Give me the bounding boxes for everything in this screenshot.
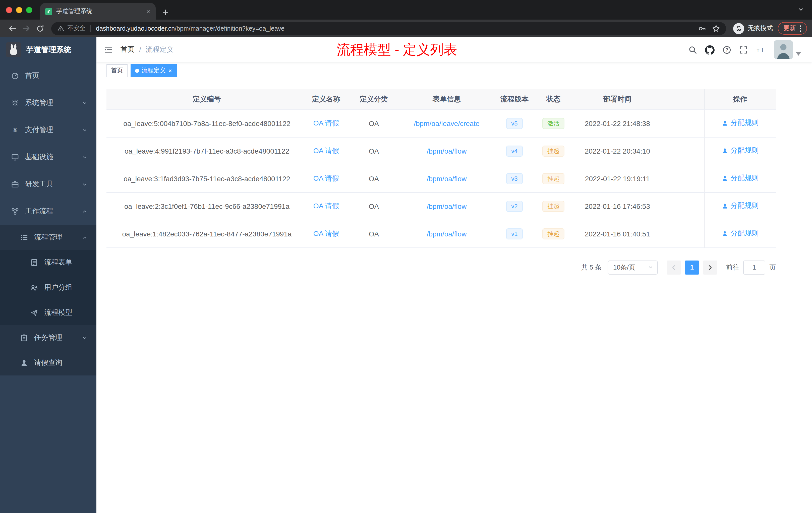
tag-label: 首页 (111, 66, 123, 75)
page-size-select[interactable]: 10条/页 (608, 260, 658, 274)
form-link[interactable]: /bpm/oa/flow (427, 147, 467, 155)
sidebar-item-process-form[interactable]: 流程表单 (0, 250, 96, 275)
page-number-1[interactable]: 1 (685, 260, 699, 274)
sidebar-item-task-management[interactable]: 任务管理 (0, 325, 96, 350)
app-title: 芋道管理系统 (26, 45, 71, 55)
sidebar-item-user-group[interactable]: 用户分组 (0, 275, 96, 300)
page-content: 定义编号 定义名称 定义分类 表单信息 流程版本 状态 部署时间 操作 (96, 79, 812, 513)
sidebar-item-process-management[interactable]: 流程管理 (0, 225, 96, 250)
goto-page-input[interactable] (743, 260, 765, 274)
user-avatar-dropdown[interactable] (774, 37, 801, 62)
chevron-down-icon (82, 181, 87, 187)
tab-search-chevron-icon[interactable] (798, 6, 804, 12)
sidebar-item-payment[interactable]: ¥ 支付管理 (0, 117, 96, 144)
column-header-status: 状态 (538, 89, 569, 110)
bookmark-star-icon[interactable] (712, 24, 720, 32)
kebab-menu-icon (800, 24, 802, 32)
tag-close-icon[interactable] (168, 68, 172, 72)
form-icon (30, 259, 38, 267)
security-chip[interactable]: 不安全 (57, 24, 85, 33)
github-icon[interactable] (705, 45, 715, 55)
tab-close-icon[interactable] (146, 9, 151, 14)
warning-icon (57, 25, 64, 32)
sidebar-item-infrastructure[interactable]: 基础设施 (0, 144, 96, 171)
assign-rule-link[interactable]: 分配规则 (722, 174, 759, 183)
sidebar-item-home[interactable]: 首页 (0, 62, 96, 89)
page-unit-label: 页 (769, 263, 776, 272)
definition-name-link[interactable]: OA 请假 (313, 202, 339, 210)
form-link[interactable]: /bpm/oa/flow (427, 175, 467, 182)
browser-toolbar: 不安全 dashboard.yudao.iocoder.cn/bpm/manag… (0, 20, 812, 37)
sidebar-item-leave-query[interactable]: 请假查询 (0, 350, 96, 375)
column-header-id: 定义编号 (107, 89, 307, 110)
assign-rule-link[interactable]: 分配规则 (722, 202, 759, 211)
sidebar-toggle-icon[interactable] (96, 45, 120, 54)
deploy-time: 2022-01-22 20:34:10 (569, 137, 666, 164)
sidebar-item-label: 请假查询 (34, 358, 62, 367)
definition-name-link[interactable]: OA 请假 (313, 146, 339, 154)
browser-menu-update-button[interactable]: 更新 (778, 22, 807, 35)
tag-home[interactable]: 首页 (107, 64, 127, 77)
sidebar-item-dev-tools[interactable]: 研发工具 (0, 171, 96, 198)
caret-down-icon (796, 52, 801, 56)
font-size-icon[interactable]: TT (756, 46, 766, 54)
sidebar-item-workflow[interactable]: 工作流程 (0, 198, 96, 225)
deploy-time: 2022-01-22 21:48:38 (569, 110, 666, 137)
app-logo[interactable]: 芋道管理系统 (0, 37, 96, 62)
tag-process-definition[interactable]: 流程定义 (130, 64, 177, 77)
new-tab-button[interactable] (162, 8, 169, 16)
definition-name-link[interactable]: OA 请假 (313, 229, 339, 237)
dashboard-icon (11, 72, 19, 80)
table-header-row: 定义编号 定义名称 定义分类 表单信息 流程版本 状态 部署时间 操作 (107, 89, 776, 110)
sidebar-item-label: 基础设施 (25, 153, 53, 162)
chevron-left-icon (671, 264, 677, 270)
definition-category: OA (345, 192, 403, 220)
zoom-window-button[interactable] (26, 7, 32, 13)
user-icon (20, 359, 28, 367)
assign-rule-link[interactable]: 分配规则 (722, 119, 759, 128)
search-icon[interactable] (689, 46, 697, 54)
page-title: 流程模型 - 定义列表 (337, 41, 457, 59)
window-controls (0, 7, 40, 13)
definition-category: OA (345, 137, 403, 164)
pagination-total: 共 5 条 (581, 263, 602, 272)
definition-category: OA (345, 164, 403, 192)
deploy-time: 2022-01-22 19:19:11 (569, 164, 666, 192)
back-icon[interactable] (5, 22, 19, 35)
sidebar-item-process-model[interactable]: 流程模型 (0, 300, 96, 325)
chevron-down-icon (82, 335, 87, 340)
svg-text:?: ? (725, 47, 728, 52)
reload-icon[interactable] (33, 22, 47, 35)
prev-page-button[interactable] (667, 260, 681, 274)
filler-cell (666, 110, 704, 137)
fullscreen-icon[interactable] (739, 46, 748, 54)
user-group-icon (30, 283, 38, 292)
close-window-button[interactable] (6, 7, 12, 13)
definition-name-link[interactable]: OA 请假 (313, 119, 339, 127)
pagination: 共 5 条 10条/页 1 前往 (107, 260, 776, 274)
breadcrumb-separator: / (139, 46, 141, 54)
form-link[interactable]: /bpm/oa/flow (427, 202, 467, 210)
table-row: oa_leave:2:3c1f0ef1-76b1-11ec-9c66-a2380… (107, 192, 776, 220)
breadcrumb-home[interactable]: 首页 (120, 45, 135, 54)
definition-id: oa_leave:3:1fad3d93-7b75-11ec-a3c8-acde4… (107, 164, 307, 192)
browser-tab[interactable]: 芋道管理系统 (40, 3, 156, 20)
breadcrumb: 首页 / 流程定义 (120, 45, 174, 54)
incognito-badge: 无痕模式 (730, 23, 778, 34)
forward-icon[interactable] (19, 22, 33, 35)
address-bar[interactable]: 不安全 dashboard.yudao.iocoder.cn/bpm/manag… (51, 22, 726, 35)
chevron-up-icon (82, 209, 87, 214)
password-key-icon[interactable] (698, 24, 706, 32)
assign-rule-link[interactable]: 分配规则 (722, 146, 759, 155)
sidebar-item-system[interactable]: 系统管理 (0, 89, 96, 117)
definition-category: OA (345, 220, 403, 247)
minimize-window-button[interactable] (16, 7, 22, 13)
definition-name-link[interactable]: OA 请假 (313, 174, 339, 182)
form-link[interactable]: /bpm/oa/flow (427, 230, 467, 238)
assign-rule-link[interactable]: 分配规则 (722, 229, 759, 238)
help-icon[interactable]: ? (723, 46, 731, 54)
next-page-button[interactable] (703, 260, 717, 274)
form-link[interactable]: /bpm/oa/leave/create (414, 119, 480, 127)
active-dot (135, 68, 139, 72)
chevron-right-icon (707, 264, 713, 270)
